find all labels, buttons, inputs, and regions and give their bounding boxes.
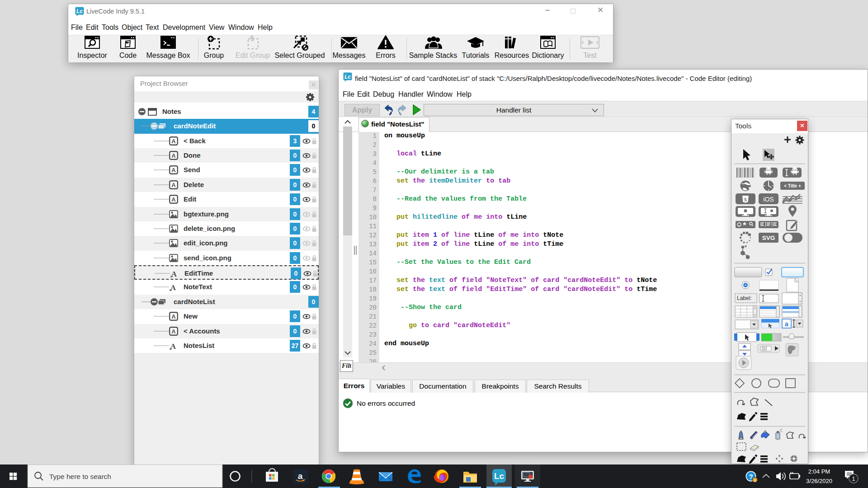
svg-text:3/26/2020: 3/26/2020 — [806, 478, 832, 484]
svg-text:A: A — [171, 167, 176, 174]
svg-text:Type here to search: Type here to search — [49, 473, 111, 480]
svg-text:1: 1 — [852, 476, 855, 482]
svg-text:A: A — [171, 313, 176, 320]
svg-text:a: a — [170, 287, 172, 291]
svg-text:SVG: SVG — [762, 235, 775, 241]
svg-text:a: a — [170, 346, 172, 350]
svg-text:iOS: iOS — [763, 196, 774, 203]
svg-text:a: a — [785, 320, 788, 328]
svg-text:A: A — [171, 196, 176, 203]
svg-text:Label:: Label: — [737, 295, 752, 301]
svg-text:A: A — [171, 152, 176, 159]
svg-text:A: A — [171, 182, 176, 188]
svg-text:A: A — [171, 328, 176, 335]
svg-text:2:04 PM: 2:04 PM — [808, 468, 830, 475]
svg-text:Lc: Lc — [76, 8, 83, 14]
svg-text:A: A — [171, 138, 176, 145]
svg-text:a: a — [170, 274, 173, 278]
svg-text:a: a — [298, 471, 303, 481]
svg-text:Lc: Lc — [494, 471, 505, 481]
svg-text:5: 5 — [744, 197, 747, 202]
svg-text:Lc: Lc — [344, 74, 351, 80]
svg-text:< Title +: < Title + — [784, 183, 801, 188]
